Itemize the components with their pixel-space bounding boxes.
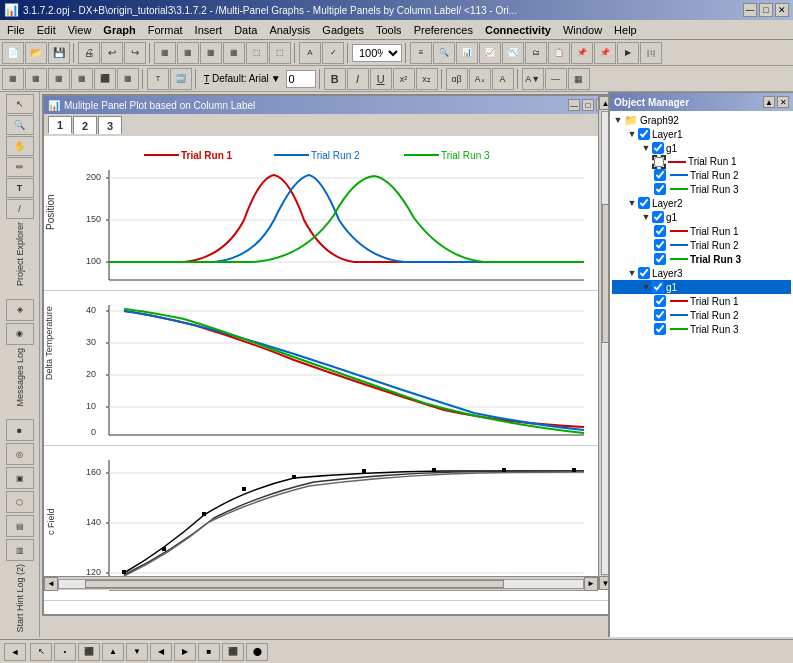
sb-pan[interactable]: ✋ [6,136,34,156]
tree-g1-l2[interactable]: ▼ g1 [612,210,791,224]
tb-undo[interactable]: ↩ [101,42,123,64]
tb-b13[interactable]: 📉 [502,42,524,64]
tb-b8[interactable]: ✓ [322,42,344,64]
tree-layer2[interactable]: ▼ Layer2 [612,196,791,210]
tb2-b10[interactable]: x₂ [416,68,438,90]
g1-l2-checkbox[interactable] [652,211,664,223]
sb-line[interactable]: / [6,199,34,219]
vert-scrollbar[interactable]: ▲ ▼ [598,96,608,590]
scroll-right[interactable]: ► [584,577,598,591]
tree-layer1[interactable]: ▼ Layer1 [612,127,791,141]
st-b2[interactable]: • [54,643,76,661]
sb-b4[interactable]: ◎ [6,443,34,465]
layer1-checkbox[interactable] [638,128,650,140]
tb-b6[interactable]: ⬚ [269,42,291,64]
sb-b8[interactable]: ▥ [6,539,34,561]
tree-graph92[interactable]: ▼ 📁 Graph92 [612,113,791,127]
tb2-b8[interactable]: 🔤 [170,68,192,90]
tb-new[interactable]: 📄 [2,42,24,64]
menu-analysis[interactable]: Analysis [264,23,315,37]
tb-b1[interactable]: ▦ [154,42,176,64]
tb2-b13[interactable]: A [492,68,514,90]
tb2-b7[interactable]: T [147,68,169,90]
scroll-up[interactable]: ▲ [599,96,609,110]
tree-tr1-l1[interactable]: Trial Run 1 [612,155,791,168]
tb2-b9[interactable]: x² [393,68,415,90]
tree-layer3[interactable]: ▼ Layer3 [612,266,791,280]
st-b1[interactable]: ↖ [30,643,52,661]
st-b7[interactable]: ▶ [174,643,196,661]
tr3-l2-checkbox[interactable] [654,253,666,265]
tb-b4[interactable]: ▦ [223,42,245,64]
tb2-b1[interactable]: ▦ [2,68,24,90]
tree-tr1-l2[interactable]: Trial Run 1 [612,224,791,238]
tb2-b14[interactable]: A▼ [522,68,544,90]
tb-b2[interactable]: ▦ [177,42,199,64]
sb-b6[interactable]: ⬡ [6,491,34,513]
tb-b19[interactable]: |↕| [640,42,662,64]
st-b6[interactable]: ◀ [150,643,172,661]
tb-b17[interactable]: 📌 [594,42,616,64]
tr1-l2-checkbox[interactable] [654,225,666,237]
menu-graph[interactable]: Graph [98,23,140,37]
st-b3[interactable]: ⬛ [78,643,100,661]
tr2-l1-checkbox[interactable] [654,169,666,181]
sb-b7[interactable]: ▤ [6,515,34,537]
menu-format[interactable]: Format [143,23,188,37]
tree-tr2-l1[interactable]: Trial Run 2 [612,168,791,182]
tb2-b3[interactable]: ▦ [48,68,70,90]
tb-b14[interactable]: 🗂 [525,42,547,64]
tb-b12[interactable]: 📈 [479,42,501,64]
g1-l1-checkbox[interactable] [652,142,664,154]
g1-l3-checkbox[interactable] [652,281,664,293]
tree-g1-l1[interactable]: ▼ g1 [612,141,791,155]
sb-text[interactable]: T [6,178,34,198]
menu-data[interactable]: Data [229,23,262,37]
tb-open[interactable]: 📂 [25,42,47,64]
tb2-b4[interactable]: ▦ [71,68,93,90]
inner-maximize[interactable]: □ [582,99,594,111]
sb-b1[interactable]: ◈ [6,299,34,321]
menu-help[interactable]: Help [609,23,642,37]
tr2-l2-checkbox[interactable] [654,239,666,251]
tb2-b11[interactable]: αβ [446,68,468,90]
st-b5[interactable]: ▼ [126,643,148,661]
tree-g1-l3[interactable]: ▼ g1 [612,280,791,294]
tree-tr3-l2[interactable]: Trial Run 3 [612,252,791,266]
font-size-input[interactable] [286,70,316,88]
status-btn-left[interactable]: ◄ [4,643,26,661]
horiz-scrollbar[interactable]: ◄ ► [44,576,598,590]
tb-b9[interactable]: ≡ [410,42,432,64]
sb-arrow[interactable]: ↖ [6,94,34,114]
tr2-l3-checkbox[interactable] [654,309,666,321]
tab-1[interactable]: 1 [48,116,72,134]
menu-preferences[interactable]: Preferences [409,23,478,37]
tree-tr2-l3[interactable]: Trial Run 2 [612,308,791,322]
tb2-b6[interactable]: ▦ [117,68,139,90]
menu-window[interactable]: Window [558,23,607,37]
menu-tools[interactable]: Tools [371,23,407,37]
close-button[interactable]: ✕ [775,3,789,17]
tb-b15[interactable]: 📋 [548,42,570,64]
tree-tr3-l1[interactable]: Trial Run 3 [612,182,791,196]
tb2-b5[interactable]: ⬛ [94,68,116,90]
tb-b11[interactable]: 📊 [456,42,478,64]
tb-b5[interactable]: ⬚ [246,42,268,64]
menu-view[interactable]: View [63,23,97,37]
tb-b18[interactable]: ▶ [617,42,639,64]
tr3-l1-checkbox[interactable] [654,183,666,195]
menu-insert[interactable]: Insert [190,23,228,37]
tree-tr1-l3[interactable]: Trial Run 1 [612,294,791,308]
scroll-left[interactable]: ◄ [44,577,58,591]
st-b4[interactable]: ▲ [102,643,124,661]
tb-b3[interactable]: ▦ [200,42,222,64]
scroll-down[interactable]: ▼ [599,576,609,590]
sb-b3[interactable]: ■ [6,419,34,441]
inner-minimize[interactable]: — [568,99,580,111]
minimize-button[interactable]: — [743,3,757,17]
tb2-b12[interactable]: Aₓ [469,68,491,90]
tr1-l3-checkbox[interactable] [654,295,666,307]
tree-tr3-l3[interactable]: Trial Run 3 [612,322,791,336]
tree-tr2-l2[interactable]: Trial Run 2 [612,238,791,252]
tb2-italic[interactable]: I [347,68,369,90]
